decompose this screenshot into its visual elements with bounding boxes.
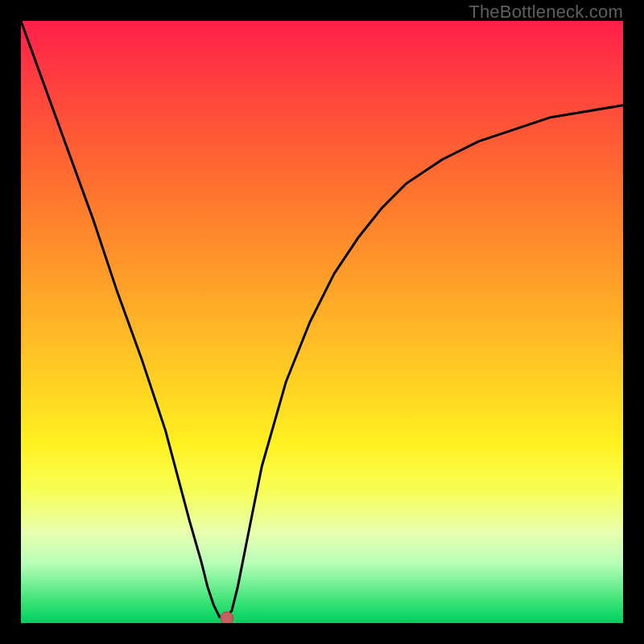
marker-dot <box>221 612 233 623</box>
plot-area <box>21 21 623 623</box>
watermark-text: TheBottleneck.com <box>469 2 623 23</box>
chart-frame: TheBottleneck.com <box>0 0 644 644</box>
bottleneck-curve <box>21 21 623 617</box>
chart-svg <box>21 21 623 623</box>
